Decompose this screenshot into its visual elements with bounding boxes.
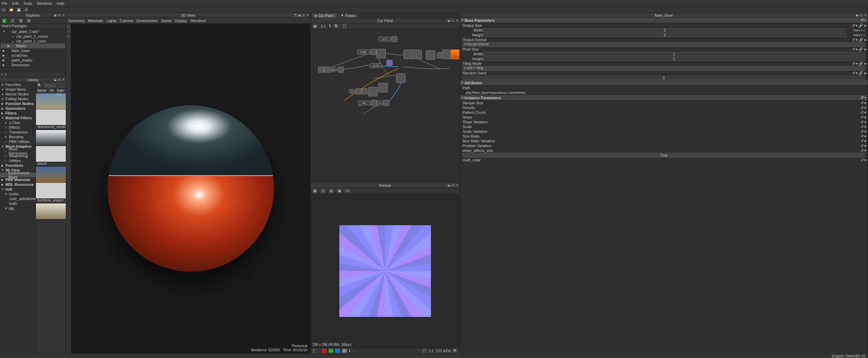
zoom-icon[interactable]: 🔍 <box>334 24 339 29</box>
node[interactable] <box>355 88 361 94</box>
info-icon[interactable]: ℹ <box>329 24 331 28</box>
library-tree-item[interactable]: □Utilities <box>0 158 36 163</box>
shade-icon[interactable] <box>67 30 70 33</box>
width-input[interactable] <box>483 28 847 32</box>
library-tree-item[interactable]: ▼nvidia <box>0 192 36 196</box>
view3d-menu-item[interactable]: Display <box>175 19 187 23</box>
library-tree-item[interactable]: □PBR Utilities <box>0 139 36 144</box>
format-dropdown[interactable]: 8 Bits per channel <box>463 42 865 47</box>
grid2-icon[interactable]: ▣ <box>337 189 342 193</box>
node[interactable] <box>318 67 324 73</box>
open-icon[interactable]: 📁 <box>9 7 14 12</box>
node[interactable] <box>403 50 413 59</box>
library-tree-item[interactable]: □Mask Generators <box>0 149 36 154</box>
node[interactable] <box>378 83 388 92</box>
library-thumb[interactable] <box>36 203 66 219</box>
close-icon[interactable]: ✕ <box>62 13 65 16</box>
view3d-menu-item[interactable]: Geometry <box>68 19 84 23</box>
explorer-item[interactable]: ○car_paint_3_colors <box>1 34 65 39</box>
pin-icon[interactable]: ⬓ <box>298 13 301 16</box>
save-icon[interactable]: 💾 <box>16 7 21 12</box>
node-const[interactable]: -0.25 <box>370 63 382 68</box>
view3d-menu-item[interactable]: Lights <box>107 19 116 23</box>
node-const[interactable]: 1.5 <box>378 37 391 41</box>
pixel-height-input[interactable] <box>483 57 865 61</box>
node[interactable] <box>426 50 435 60</box>
undock-icon[interactable]: ◱ <box>58 77 61 81</box>
library-tree-item[interactable]: ★FxMap Nodes <box>0 96 36 101</box>
grid-icon[interactable]: ▦ <box>313 24 317 29</box>
fit-icon[interactable]: ⛶ <box>342 24 347 29</box>
node-const[interactable]: 0.05 <box>357 50 370 54</box>
pin-icon[interactable]: ⬓ <box>855 13 859 16</box>
undock-icon[interactable]: ◱ <box>451 183 455 186</box>
view3d-menu-item[interactable]: Camera <box>120 19 133 23</box>
explorer-item[interactable]: ▼car_paint_2.sbs* <box>1 29 65 34</box>
pin-icon[interactable]: ⬓ <box>54 13 57 16</box>
seed-input[interactable] <box>463 76 865 80</box>
menu-windows[interactable]: Windows <box>37 1 52 5</box>
node-line[interactable]: line <box>329 67 336 72</box>
true-button[interactable]: True <box>463 153 865 158</box>
node[interactable] <box>371 100 377 106</box>
explorer-item[interactable]: ▶paint_masks <box>1 58 65 62</box>
tile-icon[interactable]: ◫ <box>321 189 325 193</box>
undock-icon[interactable]: ◱ <box>302 13 305 16</box>
view3d-menu-item[interactable]: Environment <box>136 19 157 23</box>
channel-icon[interactable]: ▦ <box>313 189 317 193</box>
expand-icon[interactable]: ⊞ <box>26 18 31 23</box>
zoom-icon[interactable]: 🔍 <box>453 348 457 353</box>
link-icon[interactable]: ⛓ <box>18 18 23 23</box>
b-swatch-icon[interactable] <box>335 349 340 353</box>
explorer-pathinput[interactable]: / I <box>0 73 66 77</box>
info-icon[interactable]: ℹ <box>349 348 350 353</box>
explorer-item[interactable]: ▶flake_base <box>1 48 65 53</box>
library-tree-item[interactable]: core_definitions <box>0 196 36 201</box>
tiling-dropdown[interactable]: H and V Tiling <box>463 66 865 71</box>
menu-edit[interactable]: Edit <box>12 1 19 5</box>
library-tree-item[interactable]: ▶Function Nodes <box>0 101 36 106</box>
node[interactable] <box>391 36 397 42</box>
node[interactable] <box>412 50 422 59</box>
graph-ratio[interactable]: 1:1 <box>321 24 326 28</box>
node[interactable] <box>361 88 367 94</box>
library-tree-item[interactable]: □Transforms <box>0 130 36 135</box>
g-swatch-icon[interactable] <box>328 349 333 353</box>
base-params-header[interactable]: ▼Base Parameters↺+ <box>460 18 868 23</box>
rgb-swatch-icon[interactable] <box>313 349 317 353</box>
library-tree-item[interactable]: ▼mdl <box>0 187 36 192</box>
new-icon[interactable]: ▢ <box>1 7 6 12</box>
node[interactable] <box>396 73 405 83</box>
node[interactable] <box>338 67 344 73</box>
menu-file[interactable]: File <box>1 1 7 5</box>
library-tree-item[interactable]: ★Atomic Nodes <box>0 92 36 96</box>
node[interactable] <box>370 49 376 55</box>
undock-icon[interactable]: ◱ <box>860 13 863 16</box>
explorer-item[interactable]: ▶flakes <box>1 43 65 48</box>
explorer-item[interactable]: ○car_paint_1_color <box>1 39 65 43</box>
graph-tab[interactable]: ✦Flakes <box>338 13 359 18</box>
view3d-camera-icon[interactable]: 📷 <box>294 13 297 16</box>
node[interactable] <box>383 100 389 106</box>
node-const[interactable]: 1 <box>377 101 382 105</box>
menu-tools[interactable]: Tools <box>23 1 32 5</box>
pin-icon[interactable]: ⬓ <box>447 183 451 186</box>
library-tree-item[interactable]: ▶Generators <box>0 106 36 111</box>
arrow-icon[interactable] <box>67 35 70 38</box>
pin-icon[interactable]: ⬓ <box>447 18 451 22</box>
output-node[interactable] <box>451 50 459 59</box>
pixel-width-input[interactable] <box>483 52 865 56</box>
search-icon[interactable]: 🔍 <box>37 83 42 88</box>
view3d-menu-item[interactable]: Scene <box>161 19 171 23</box>
play-icon[interactable]: ▶ <box>2 18 7 23</box>
explorer-item[interactable]: ▶Resources <box>1 62 65 67</box>
close-icon[interactable]: ✕ <box>455 183 459 186</box>
undock-icon[interactable]: ◱ <box>58 13 61 16</box>
library-tree-item[interactable]: ★Favorites <box>0 82 36 87</box>
library-tree-item[interactable]: ●1-Click <box>0 120 36 125</box>
library-tree-item[interactable]: Environment Maps <box>0 173 36 177</box>
col-url[interactable]: Url <box>48 89 56 93</box>
fit-icon[interactable]: ⛶ <box>422 348 427 353</box>
view3d-viewport[interactable]: Photoreal Iterations: 52/500 Time: 0m2s/… <box>71 24 310 353</box>
search-input[interactable] <box>43 83 66 88</box>
